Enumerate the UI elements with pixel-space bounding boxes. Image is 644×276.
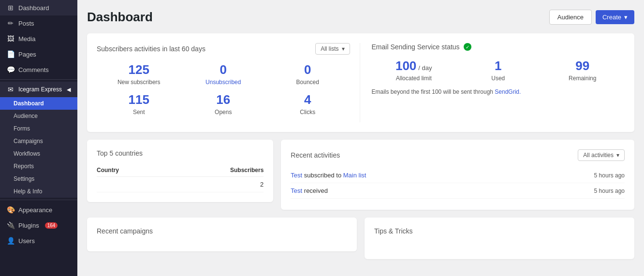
dashboard-icon: ⊞ (7, 4, 15, 12)
sidebar-item-campaigns[interactable]: Campaigns (0, 135, 77, 147)
sidebar-item-plugins[interactable]: 🔌 Plugins 164 (0, 218, 77, 233)
sidebar-item-appearance[interactable]: 🎨 Appearance (0, 202, 77, 218)
email-stat-label: Remaining (541, 75, 625, 82)
activity-item-1: Test subscribed to Main list 5 hours ago (291, 168, 625, 183)
countries-card: Top 5 countries Country Subscribers 2 (87, 140, 273, 202)
sidebar-child-label: Help & Info (14, 188, 42, 195)
pages-icon: 📄 (7, 50, 15, 58)
sidebar-item-icegram[interactable]: ✉ Icegram Express ◀ (0, 82, 77, 97)
email-stat-label: Used (456, 75, 541, 82)
activity-link-test2[interactable]: Test (291, 187, 302, 194)
stat-sent: 115 Sent (97, 92, 181, 116)
activity-link-mainlist[interactable]: Main list (343, 172, 366, 179)
page-title: Dashboard (87, 10, 153, 25)
email-stats-row: 100 / day Allocated limit 1 Used 99 Rema… (372, 58, 625, 82)
sidebar-item-settings[interactable]: Settings (0, 173, 77, 185)
stat-label: Clicks (265, 109, 350, 116)
activity-text: Test received (291, 187, 328, 194)
subscribers-section: Subscribers activities in last 60 days A… (97, 43, 360, 122)
subscribers-title: Subscribers activities in last 60 days (97, 45, 205, 53)
stat-clicks: 4 Clicks (265, 92, 350, 116)
countries-table-header: Country Subscribers (97, 164, 263, 177)
col-country-header: Country (97, 167, 180, 174)
sidebar-child-label: Reports (14, 163, 34, 170)
filter-arrow-icon: ▾ (616, 152, 619, 159)
sidebar-child-label: Workflows (14, 150, 40, 157)
page-header: Dashboard Audience Create ▾ (87, 10, 634, 25)
stat-new-subscribers: 125 New subscribers (97, 62, 181, 86)
sidebar-item-label: Pages (18, 51, 36, 58)
email-stat-allocated: 100 / day Allocated limit (372, 58, 456, 82)
activity-link-test1[interactable]: Test (291, 172, 302, 179)
email-stat-label: Allocated limit (372, 75, 456, 82)
sidebar-item-pages[interactable]: 📄 Pages (0, 46, 77, 62)
sidebar-child-label: Dashboard (14, 100, 44, 107)
email-status-title-row: Email Sending Service status ✓ (372, 43, 625, 51)
stat-label: New subscribers (97, 79, 181, 86)
bottom-row: Recent campaigns Tips & Tricks (87, 218, 634, 259)
sidebar-item-workflows[interactable]: Workflows (0, 147, 77, 160)
audience-button[interactable]: Audience (549, 10, 592, 25)
all-lists-dropdown[interactable]: All lists ▾ (315, 43, 350, 55)
email-stat-value: 100 (395, 58, 416, 73)
header-actions: Audience Create ▾ (549, 10, 634, 25)
subscribers-value: 2 (180, 181, 264, 188)
sidebar-child-label: Campaigns (14, 138, 43, 145)
sidebar-item-forms[interactable]: Forms (0, 122, 77, 135)
users-icon: 👤 (7, 237, 15, 245)
sidebar-item-help[interactable]: Help & Info (0, 185, 77, 198)
table-row: 2 (97, 177, 263, 192)
activities-filter-dropdown[interactable]: All activities ▾ (578, 149, 625, 161)
recent-activities-card: Recent activities All activities ▾ Test … (281, 140, 634, 210)
sidebar-item-audience[interactable]: Audience (0, 110, 77, 122)
sidebar-item-label: Appearance (18, 206, 52, 214)
sidebar-item-users[interactable]: 👤 Users (0, 233, 77, 248)
sidebar-child-label: Settings (14, 175, 34, 182)
stat-label: Opens (181, 109, 266, 116)
col-subscribers-header: Subscribers (180, 167, 264, 174)
sidebar: ⊞ Dashboard ✏ Posts 🖼 Media 📄 Pages 💬 Co… (0, 0, 77, 276)
filter-label: All activities (583, 152, 614, 159)
country-value (97, 181, 180, 188)
sidebar-item-label: Plugins (18, 222, 39, 229)
recent-campaigns-title: Recent campaigns (97, 227, 347, 235)
sendgrid-link[interactable]: SendGrid. (495, 88, 521, 95)
activity-time: 5 hours ago (594, 188, 625, 194)
sidebar-item-comments[interactable]: 💬 Comments (0, 62, 77, 77)
sidebar-item-label: Users (18, 237, 35, 245)
email-service-section: Email Sending Service status ✓ 100 / day… (360, 43, 625, 122)
sidebar-item-reports[interactable]: Reports (0, 160, 77, 173)
stat-value: 0 (181, 62, 266, 77)
email-stat-value: 1 (456, 58, 541, 73)
activities-title: Recent activities (291, 151, 340, 159)
email-service-title: Email Sending Service status (372, 43, 460, 51)
status-indicator: ✓ (464, 43, 471, 51)
sidebar-divider (0, 79, 77, 80)
sidebar-item-dashboard-wp[interactable]: ⊞ Dashboard (0, 0, 77, 15)
stat-value: 125 (97, 62, 181, 77)
email-stat-remaining: 99 Remaining (541, 58, 625, 82)
sidebar-item-posts[interactable]: ✏ Posts (0, 15, 77, 31)
stats-row-1: 125 New subscribers 0 Unsubscribed 0 Bou… (97, 62, 350, 86)
sidebar-child-label: Forms (14, 125, 30, 132)
stat-value: 115 (97, 92, 181, 107)
sidebar-item-label: Media (18, 35, 35, 43)
sidebar-child-label: Audience (14, 113, 38, 119)
stat-bounced: 0 Bounced (265, 62, 350, 86)
dropdown-arrow-icon: ▾ (342, 45, 345, 52)
stats-card: Subscribers activities in last 60 days A… (87, 33, 634, 132)
sidebar-item-media[interactable]: 🖼 Media (0, 31, 77, 46)
email-stat-used: 1 Used (456, 58, 541, 82)
sendgrid-note: Emails beyond the first 100 will be sent… (372, 88, 625, 95)
email-stat-unit: / day (418, 64, 432, 72)
sidebar-item-dashboard-sub[interactable]: Dashboard (0, 97, 77, 110)
create-label: Create (602, 14, 621, 21)
main-content: Dashboard Audience Create ▾ Subscribers … (77, 0, 644, 276)
comments-icon: 💬 (7, 66, 15, 73)
subscribers-title-row: Subscribers activities in last 60 days A… (97, 43, 350, 55)
tips-title: Tips & Tricks (374, 227, 625, 235)
create-button[interactable]: Create ▾ (596, 10, 634, 24)
icegram-icon: ✉ (7, 86, 15, 93)
activities-header: Recent activities All activities ▾ (291, 149, 625, 161)
media-icon: 🖼 (7, 35, 15, 43)
